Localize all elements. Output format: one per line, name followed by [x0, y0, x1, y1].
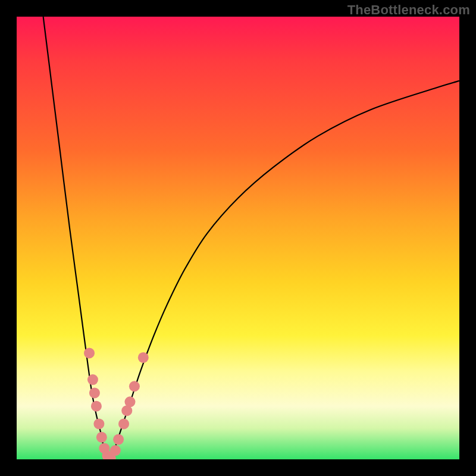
data-dots	[84, 347, 149, 459]
data-dot	[89, 387, 100, 398]
data-dot	[118, 418, 129, 429]
data-dot	[93, 418, 104, 429]
data-dot	[91, 401, 102, 412]
data-dot	[96, 432, 107, 443]
data-dot	[113, 434, 124, 445]
right-branch-curve	[109, 81, 459, 459]
data-dot	[124, 396, 135, 407]
data-dot	[138, 352, 149, 363]
plot-area	[17, 17, 459, 459]
data-dot	[84, 347, 95, 358]
curve-layer	[17, 17, 459, 459]
data-dot	[87, 374, 98, 385]
chart-frame: TheBottleneck.com	[0, 0, 476, 476]
data-dot	[129, 381, 140, 392]
data-dot	[110, 445, 121, 456]
watermark-text: TheBottleneck.com	[347, 2, 470, 18]
